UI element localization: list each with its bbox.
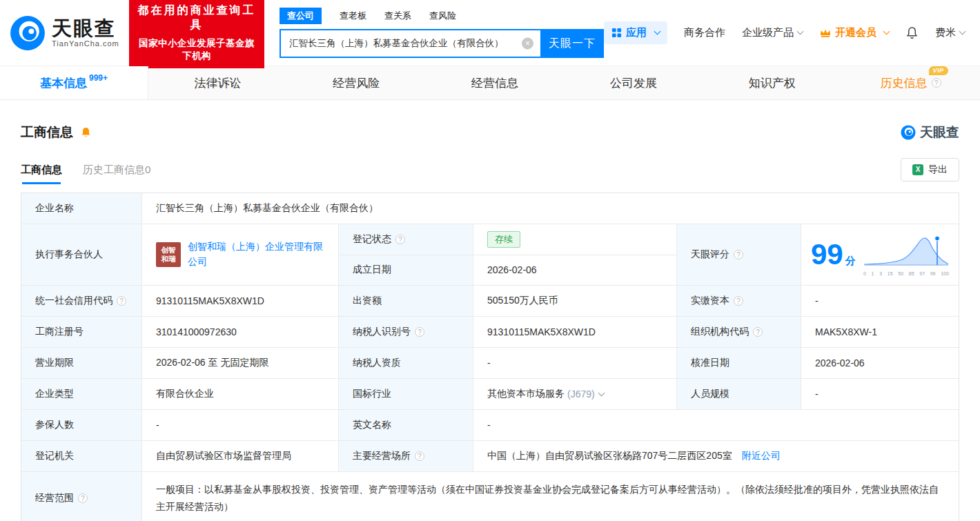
scope-help-icon[interactable]: ? xyxy=(78,493,88,503)
tab-intellectual-property[interactable]: 知识产权 xyxy=(703,66,841,99)
tab-company-development[interactable]: 公司发展 xyxy=(564,66,703,99)
credit-code-help-icon[interactable]: ? xyxy=(117,296,126,306)
status-help-icon[interactable]: ? xyxy=(395,235,405,244)
org-code-value: MAK5X8XW-1 xyxy=(801,317,959,347)
insured-count-label: 参保人数 xyxy=(21,410,142,440)
chevron-down-icon xyxy=(797,28,804,35)
score-chart: 0131550859799100 xyxy=(863,234,949,276)
subtab-row: 工商信息 历史工商信息0 X 导出 xyxy=(21,158,959,184)
taxpayer-id-help-icon[interactable]: ? xyxy=(415,327,424,337)
chevron-down-icon[interactable] xyxy=(598,389,605,396)
search-button[interactable]: 天眼一下 xyxy=(540,29,604,58)
logo-title: 天眼查 xyxy=(52,18,119,39)
tab-business-info[interactable]: 经营信息 xyxy=(426,66,565,99)
registration-status-label: 登记状态 ? xyxy=(339,224,473,255)
subscribe-bell-icon[interactable] xyxy=(80,127,92,139)
search-tab-relation[interactable]: 查关系 xyxy=(384,10,411,22)
username-label: 费米 xyxy=(935,26,956,39)
table-row: 登记机关 自由贸易试验区市场监督管理局 主要经营场所 ? 中国（上海）自由贸易试… xyxy=(21,441,959,472)
enterprise-products-menu[interactable]: 企业级产品 xyxy=(742,26,803,39)
search-tab-company[interactable]: 查公司 xyxy=(280,8,322,24)
org-code-label: 组织机构代码 ? xyxy=(677,317,801,347)
clear-search-icon[interactable]: × xyxy=(522,38,533,50)
tab-basic-info[interactable]: 基本信息 999+ xyxy=(0,66,148,99)
site-header: 天眼查 TianYanCha.com 都在用的商业查询工具 国家中小企业发展子基… xyxy=(0,0,980,66)
search-area: 查公司 查老板 查关系 查风险 × 天眼一下 xyxy=(280,8,604,58)
staff-size-label: 人员规模 xyxy=(677,379,801,409)
chevron-down-icon xyxy=(883,28,890,35)
capital-value: 505150万人民币 xyxy=(473,286,677,316)
partner-company-link[interactable]: 创智和瑞（上海）企业管理有限公司 xyxy=(188,239,324,269)
user-menu[interactable]: 费米 xyxy=(935,26,965,39)
industry-label: 国标行业 xyxy=(339,379,473,409)
subtab-history-registration[interactable]: 历史工商信息0 xyxy=(83,164,150,184)
established-date-label: 成立日期 xyxy=(339,255,473,286)
top-menu: 应用 商务合作 企业级产品 开通会员 费米 xyxy=(604,21,980,44)
export-button[interactable]: X 导出 xyxy=(901,158,959,181)
tab-operational-risk[interactable]: 经营风险 xyxy=(287,66,426,99)
paid-capital-help-icon[interactable]: ? xyxy=(734,296,743,306)
table-row: 执行事务合伙人 创智 和瑞 创智和瑞（上海）企业管理有限公司 登记状态 ? 存续 xyxy=(21,224,959,286)
notifications-bell[interactable] xyxy=(905,26,919,39)
bell-icon xyxy=(905,26,919,39)
registration-number-label: 工商注册号 xyxy=(21,317,142,347)
open-vip-label: 开通会员 xyxy=(835,26,876,39)
apps-menu[interactable]: 应用 xyxy=(604,21,667,44)
apps-menu-label: 应用 xyxy=(626,26,647,39)
executive-partner-label: 执行事务合伙人 xyxy=(21,224,142,285)
business-term-label: 营业期限 xyxy=(21,348,142,378)
subtab-business-registration[interactable]: 工商信息 xyxy=(21,164,62,184)
registration-number-value: 310141000972630 xyxy=(142,317,339,347)
business-term-value: 2026-02-06 至 无固定期限 xyxy=(142,348,339,378)
taxpayer-quality-value: - xyxy=(473,348,677,378)
status-subrow: 登记状态 ? 存续 xyxy=(339,224,676,255)
capital-label: 出资额 xyxy=(339,286,473,316)
taxpayer-quality-label: 纳税人资质 xyxy=(339,348,473,378)
tab-legal-litigation[interactable]: 法律诉讼 xyxy=(148,66,287,99)
section-header: 工商信息 天眼查 xyxy=(21,124,959,141)
approval-date-value: 2026-02-06 xyxy=(801,348,959,378)
company-search-input[interactable] xyxy=(280,29,540,58)
search-input-box: × xyxy=(280,29,540,58)
tianyan-score-value: 99 分 0131550859799100 xyxy=(801,224,959,285)
english-name-value: - xyxy=(473,410,959,440)
tab-history-info[interactable]: 历史信息 VIP ? xyxy=(841,66,980,99)
registration-authority-value: 自由贸易试验区市场监督管理局 xyxy=(142,441,339,471)
chevron-down-icon xyxy=(654,28,661,35)
score-help-icon[interactable]: ? xyxy=(734,250,743,259)
history-info-help-icon[interactable]: ? xyxy=(932,78,941,88)
company-type-value: 有限合伙企业 xyxy=(142,379,339,409)
basic-info-count-badge: 999+ xyxy=(89,73,108,83)
export-button-label: 导出 xyxy=(928,164,948,176)
excel-icon: X xyxy=(912,164,923,175)
org-code-help-icon[interactable]: ? xyxy=(753,327,763,337)
tianyancha-swirl-icon xyxy=(10,15,46,51)
business-scope-label: 经营范围 ? xyxy=(21,472,142,521)
score-number: 99 分 xyxy=(811,240,856,269)
tianyancha-swirl-icon xyxy=(901,125,916,140)
table-row: 工商注册号 310141000972630 纳税人识别号 ? 91310115M… xyxy=(21,317,959,348)
main-content: 工商信息 天眼查 工商信息 历史工商信息0 X 导出 xyxy=(0,124,980,521)
table-row: 企业类型 有限合伙企业 国标行业 其他资本市场服务 (J679) 人员规模 - xyxy=(21,379,959,410)
table-row: 经营范围 ? 一般项目：以私募基金从事股权投资、投资管理、资产管理等活动（须在中… xyxy=(21,472,959,521)
open-vip-link[interactable]: 开通会员 xyxy=(819,26,889,39)
search-tab-boss[interactable]: 查老板 xyxy=(340,10,366,22)
approval-date-label: 核准日期 xyxy=(677,348,801,378)
credit-code-label: 统一社会信用代码 ? xyxy=(21,286,142,316)
company-type-label: 企业类型 xyxy=(21,379,142,409)
tab-legal-litigation-label: 法律诉讼 xyxy=(194,75,241,91)
address-help-icon[interactable]: ? xyxy=(415,451,424,461)
tab-basic-info-label: 基本信息 xyxy=(40,75,87,91)
company-name-value: 汇智长三角（上海）私募基金合伙企业（有限合伙） xyxy=(142,193,959,224)
logo-text: 天眼查 TianYanCha.com xyxy=(52,18,119,47)
tab-history-info-label: 历史信息 xyxy=(881,77,928,90)
company-nav-tabs: 基本信息 999+ 法律诉讼 经营风险 经营信息 公司发展 知识产权 历史信息 … xyxy=(0,66,980,100)
paid-capital-value: - xyxy=(801,286,959,316)
business-cooperation-link[interactable]: 商务合作 xyxy=(684,26,725,39)
nearby-companies-link[interactable]: 附近公司 xyxy=(742,450,781,462)
slogan-line2: 国家中小企业发展子基金旗下机构 xyxy=(137,37,256,62)
tianyancha-logo[interactable]: 天眼查 TianYanCha.com xyxy=(10,15,119,51)
industry-value[interactable]: 其他资本市场服务 (J679) xyxy=(473,379,677,409)
search-tab-risk[interactable]: 查风险 xyxy=(429,10,456,22)
english-name-label: 英文名称 xyxy=(339,410,473,440)
